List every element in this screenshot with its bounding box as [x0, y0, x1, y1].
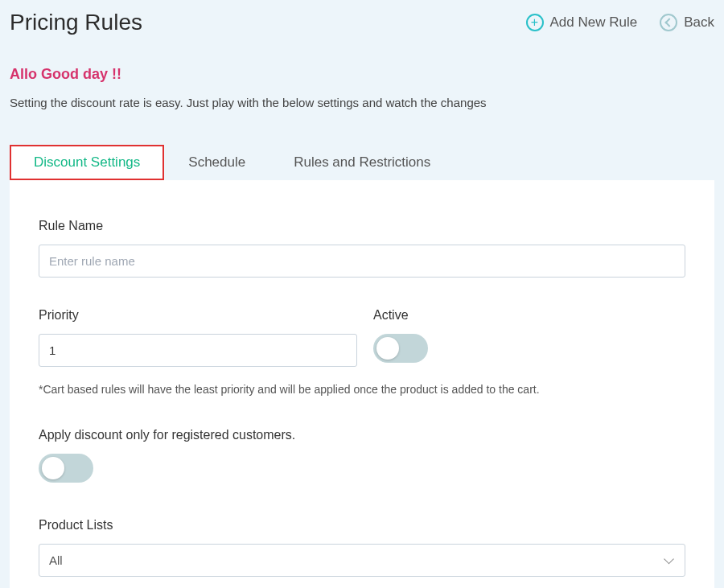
product-lists-field: Product Lists All — [39, 518, 685, 577]
add-new-rule-button[interactable]: Add New Rule — [526, 14, 638, 31]
description-text: Setting the discount rate is easy. Just … — [10, 96, 714, 109]
active-toggle[interactable] — [373, 334, 428, 363]
active-label: Active — [373, 308, 685, 323]
page-title: Pricing Rules — [10, 10, 142, 35]
rule-name-input[interactable] — [39, 245, 685, 278]
priority-label: Priority — [39, 308, 357, 323]
tab-schedule[interactable]: Schedule — [164, 145, 269, 180]
rule-name-label: Rule Name — [39, 219, 685, 233]
priority-field: Priority — [39, 308, 357, 367]
registered-only-field: Apply discount only for registered custo… — [39, 428, 685, 486]
priority-input[interactable] — [39, 334, 357, 367]
product-lists-select[interactable]: All — [39, 544, 685, 577]
back-label: Back — [684, 14, 714, 31]
toggle-knob — [376, 337, 399, 360]
rule-name-field: Rule Name — [39, 219, 685, 278]
header-actions: Add New Rule Back — [526, 14, 714, 31]
tab-discount-settings[interactable]: Discount Settings — [10, 145, 164, 180]
priority-note: *Cart based rules will have the least pr… — [39, 383, 685, 396]
registered-only-label: Apply discount only for registered custo… — [39, 428, 685, 442]
product-lists-label: Product Lists — [39, 518, 685, 532]
plus-icon — [526, 14, 544, 31]
tabs: Discount Settings Schedule Rules and Res… — [0, 145, 724, 180]
active-field: Active — [373, 308, 685, 367]
registered-only-toggle[interactable] — [39, 454, 93, 483]
add-new-rule-label: Add New Rule — [550, 14, 638, 31]
toggle-knob — [42, 457, 64, 479]
greeting-text: Allo Good day !! — [10, 66, 714, 83]
settings-panel: Rule Name Priority Active *Cart based ru… — [10, 180, 714, 588]
tab-rules-restrictions[interactable]: Rules and Restrictions — [269, 145, 455, 180]
back-button[interactable]: Back — [660, 14, 714, 31]
chevron-left-icon — [660, 14, 677, 31]
